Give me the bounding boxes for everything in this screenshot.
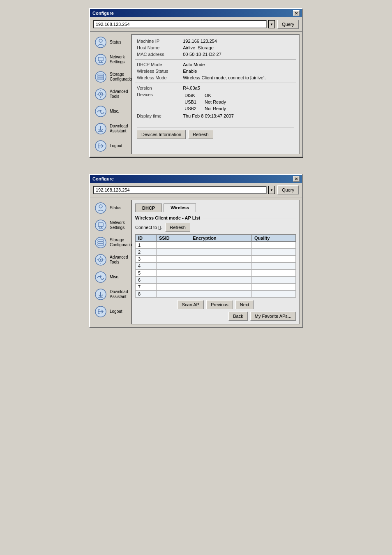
address-input-2[interactable] (93, 186, 267, 194)
address-input-1[interactable] (93, 20, 267, 28)
section-title-text: Wireless Client mode - AP List (135, 215, 200, 220)
ap-cell-id: 7 (136, 284, 157, 291)
sidebar-item-network-1[interactable]: NetworkSettings (92, 51, 131, 68)
col-quality: Quality (252, 235, 296, 242)
ap-cell-encryption (190, 263, 252, 270)
sidebar-label-advanced-2: AdvancedTools (110, 255, 128, 265)
refresh-button-1[interactable]: Refresh (188, 130, 213, 139)
sidebar-item-status-2[interactable]: Status (92, 200, 131, 216)
sidebar-item-advanced-2[interactable]: AdvancedTools (92, 252, 131, 268)
previous-button[interactable]: Previous (206, 300, 233, 309)
sidebar-item-logout-1[interactable]: Logout (92, 138, 131, 154)
svg-point-19 (100, 110, 101, 111)
dropdown-arrow-2[interactable]: ▼ (268, 186, 275, 194)
connect-row: Connect to []. Refresh (135, 223, 296, 232)
tab-dhcp[interactable]: DHCP (135, 204, 162, 212)
window2: Configure ✕ ▼ Query Status (89, 174, 303, 328)
ap-row[interactable]: 3 (136, 256, 296, 263)
content-area-1: Machine IP 192.166.123.254 Host Name Air… (131, 34, 300, 154)
version-label: Version (135, 85, 181, 91)
ap-cell-quality (252, 256, 296, 263)
sidebar-item-storage-1[interactable]: StorageConfiguration (92, 69, 131, 85)
ap-cell-quality (252, 263, 296, 270)
usb1-value: Not Ready (203, 99, 228, 105)
ap-cell-quality (252, 291, 296, 298)
sidebar-item-download-1[interactable]: DownloadAssistant (92, 120, 131, 137)
info-table-1: Machine IP 192.166.123.254 Host Name Air… (135, 38, 296, 140)
ap-row[interactable]: 2 (136, 249, 296, 256)
disk-label: DISK (183, 92, 203, 99)
svg-point-43 (100, 275, 101, 277)
ap-cell-ssid (157, 263, 190, 270)
mac-label: MAC address (135, 51, 181, 58)
sidebar-item-logout-2[interactable]: Logout (92, 303, 131, 320)
sidebar-label-download-1: DownloadAssistant (110, 124, 128, 134)
sidebar-item-advanced-1[interactable]: AdvancedTools (92, 86, 131, 102)
devices-info-button[interactable]: Devices Information (137, 130, 186, 139)
svg-point-31 (95, 237, 106, 248)
main-content-2: Status NetworkSettings (90, 197, 302, 327)
storage-icon-2 (94, 236, 107, 249)
back-button[interactable]: Back (228, 312, 247, 321)
usb1-row: USB1 Not Ready (183, 99, 228, 105)
query-button-1[interactable]: Query (277, 20, 299, 29)
svg-point-26 (95, 220, 106, 231)
sidebar-label-misc-1: Misc. (110, 109, 119, 114)
query-button-2[interactable]: Query (277, 185, 299, 194)
wireless-section-title: Wireless Client mode - AP List (135, 215, 296, 220)
close-button-2[interactable]: ✕ (293, 176, 300, 182)
network-icon-1 (94, 53, 107, 66)
info-row-machine-ip: Machine IP 192.166.123.254 (135, 38, 296, 44)
sidebar-item-storage-2[interactable]: StorageConfiguration (92, 234, 131, 251)
wireless-status-label: Wireless Status (135, 68, 181, 74)
ap-cell-ssid (157, 256, 190, 263)
info-row-display-time: Display time Thu Feb 8 09:13:47 2007 (135, 113, 296, 119)
refresh-button-2[interactable]: Refresh (165, 223, 190, 232)
sidebar-label-status-2: Status (110, 206, 121, 210)
tab-wireless[interactable]: Wireless (164, 204, 196, 212)
ap-row[interactable]: 4 (136, 263, 296, 270)
ap-cell-encryption (190, 256, 252, 263)
address-bar-1: ▼ (93, 20, 275, 28)
logout-icon-2 (94, 305, 107, 318)
usb1-label: USB1 (183, 99, 203, 105)
action-buttons-cell: Devices Information Refresh (135, 123, 296, 140)
ap-table-body: 12345678 (136, 242, 296, 298)
ap-row[interactable]: 8 (136, 291, 296, 298)
ap-cell-id: 3 (136, 256, 157, 263)
ap-cell-encryption (190, 284, 252, 291)
separator-row-1 (135, 58, 296, 61)
machine-ip-label: Machine IP (135, 38, 181, 44)
sidebar-label-status-1: Status (110, 40, 121, 45)
sidebar-item-status-1[interactable]: Status (92, 34, 131, 51)
window1: Configure ✕ ▼ Query Status (89, 8, 303, 157)
display-time-value: Thu Feb 8 09:13:47 2007 (181, 113, 296, 119)
ap-row[interactable]: 7 (136, 284, 296, 291)
next-button[interactable]: Next (235, 300, 254, 309)
title-bar-1: Configure ✕ (90, 9, 302, 17)
ap-cell-quality (252, 277, 296, 284)
sidebar-label-misc-2: Misc. (110, 275, 119, 280)
sidebar-item-network-2[interactable]: NetworkSettings (92, 217, 131, 234)
sidebar-item-download-2[interactable]: DownloadAssistant (92, 286, 131, 303)
ap-cell-quality (252, 242, 296, 249)
sidebar-item-misc-2[interactable]: Misc. (92, 269, 131, 285)
title-bar-2: Configure ✕ (90, 175, 302, 183)
ap-row[interactable]: 1 (136, 242, 296, 249)
ap-table-header: ID SSID Encryption Quality (136, 235, 296, 242)
close-button-1[interactable]: ✕ (293, 10, 300, 16)
sidebar-item-misc-1[interactable]: Misc. (92, 103, 131, 120)
connect-to-label: Connect to []. (135, 225, 162, 230)
ap-cell-quality (252, 284, 296, 291)
scan-ap-button[interactable]: Scan AP (178, 300, 204, 309)
dropdown-arrow-1[interactable]: ▼ (268, 20, 275, 28)
my-favorite-button[interactable]: My Favorite APs... (250, 312, 296, 321)
ap-row[interactable]: 5 (136, 270, 296, 277)
svg-point-7 (95, 72, 106, 82)
status-icon-2 (94, 201, 107, 215)
ap-row[interactable]: 6 (136, 277, 296, 284)
ap-cell-id: 2 (136, 249, 157, 256)
ap-cell-id: 6 (136, 277, 157, 284)
sidebar-2: Status NetworkSettings (92, 200, 131, 324)
action-buttons-row: Devices Information Refresh (135, 123, 296, 140)
